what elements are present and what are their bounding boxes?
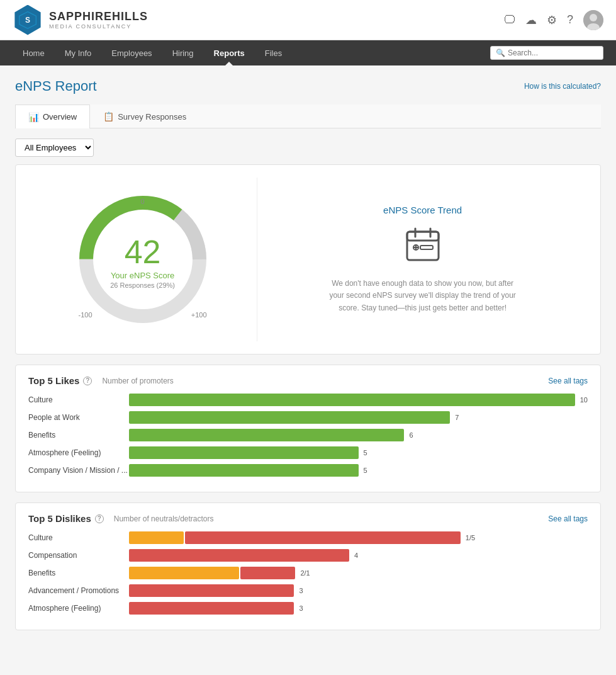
bar-red [129, 602, 294, 615]
top-header: S SAPPHIREHILLS MEDIA CONSULTANCY 🖵 ☁ ⚙ … [0, 0, 616, 40]
bar-orange [129, 531, 184, 544]
bar-value: 4 [354, 552, 358, 559]
bar-track: 3 [129, 602, 588, 615]
bar-value: 5 [364, 449, 367, 457]
score-right: eNPS Score Trend We don't have enough da… [257, 178, 588, 341]
search-box[interactable]: 🔍 [490, 46, 603, 60]
bar-value: 3 [299, 604, 303, 612]
likes-subtitle: Number of promoters [102, 377, 173, 385]
bar-value: 1/5 [466, 534, 475, 542]
bar-fill [129, 464, 359, 477]
likes-title: Top 5 Likes ? [28, 375, 92, 386]
bar-row: Advancement / Promotions 3 [28, 584, 588, 597]
filter-row: All Employees [15, 139, 601, 157]
bar-fill [129, 394, 575, 406]
score-card: 42 Your eNPS Score 26 Responses (29%) 0 … [15, 164, 601, 355]
dislikes-see-all[interactable]: See all tags [548, 514, 588, 523]
bar-label: Culture [28, 533, 129, 542]
nav-employees[interactable]: Employees [101, 40, 162, 65]
logo-area: S SAPPHIREHILLS MEDIA CONSULTANCY [13, 5, 148, 35]
svg-rect-9 [407, 232, 439, 241]
main-content: eNPS Report How is this calculated? 📊 Ov… [0, 65, 616, 653]
search-input[interactable] [508, 48, 598, 57]
bar-label: Compensation [28, 551, 129, 560]
dislikes-title: Top 5 Dislikes ? [28, 513, 104, 524]
bar-orange [129, 567, 239, 579]
bar-track: 5 [129, 464, 588, 477]
bar-fill [129, 446, 359, 459]
avatar[interactable] [583, 10, 603, 30]
bar-fill [129, 411, 450, 424]
employee-filter[interactable]: All Employees [15, 139, 94, 157]
bar-label: Company Vision / Mission / ... [28, 466, 129, 475]
bar-row: Culture 1/5 [28, 531, 588, 544]
tabs: 📊 Overview 📋 Survey Responses [15, 105, 601, 128]
likes-see-all[interactable]: See all tags [548, 377, 588, 385]
page-header: eNPS Report How is this calculated? [15, 78, 601, 94]
bar-row: Company Vision / Mission / ... 5 [28, 464, 588, 477]
bar-value: 3 [299, 587, 303, 594]
bar-track: 4 [129, 549, 588, 562]
trend-text: We don't have enough data to show you no… [328, 278, 517, 314]
likes-title-left: Top 5 Likes ? Number of promoters [28, 375, 174, 386]
bar-fill [129, 429, 404, 441]
bar-red [129, 549, 349, 562]
bar-row: Benefits 6 [28, 429, 588, 441]
tab-survey-responses[interactable]: 📋 Survey Responses [90, 105, 199, 128]
nav-files[interactable]: Files [255, 40, 292, 65]
dislikes-info-icon[interactable]: ? [95, 514, 104, 523]
bar-label: Atmosphere (Feeling) [28, 448, 129, 457]
bar-red [129, 584, 294, 597]
likes-header: Top 5 Likes ? Number of promoters See al… [28, 375, 588, 386]
minus100-label: -100 [79, 311, 92, 319]
cloud-icon[interactable]: ☁ [525, 13, 537, 27]
bar-row: Culture 10 [28, 394, 588, 406]
nav-home[interactable]: Home [13, 40, 55, 65]
nav-links: Home My Info Employees Hiring Reports Fi… [13, 40, 292, 65]
bar-value: 5 [364, 467, 367, 474]
bar-track: 3 [129, 584, 588, 597]
bar-red [185, 531, 460, 544]
nav-myinfo[interactable]: My Info [55, 40, 102, 65]
score-value: 42 [110, 235, 175, 268]
page-title: eNPS Report [15, 78, 97, 94]
bar-value: 7 [455, 414, 459, 421]
bar-row: People at Work 7 [28, 411, 588, 424]
nav-bar: Home My Info Employees Hiring Reports Fi… [0, 40, 616, 65]
donut-chart: 42 Your eNPS Score 26 Responses (29%) 0 … [74, 190, 212, 329]
plus100-label: +100 [191, 311, 207, 319]
nav-hiring[interactable]: Hiring [162, 40, 204, 65]
bar-row: Compensation 4 [28, 549, 588, 562]
bar-track: 1/5 [129, 531, 588, 544]
tab-overview-label: Overview [43, 112, 77, 122]
bar-value: 2/1 [300, 569, 310, 577]
svg-rect-15 [420, 246, 433, 249]
monitor-icon[interactable]: 🖵 [504, 13, 515, 26]
how-calculated-link[interactable]: How is this calculated? [524, 82, 601, 91]
bar-value: 6 [409, 431, 413, 439]
top-likes-card: Top 5 Likes ? Number of promoters See al… [15, 365, 601, 492]
brand-name: SAPPHIREHILLS [49, 10, 148, 23]
survey-icon: 📋 [103, 111, 114, 122]
bar-label: Culture [28, 395, 129, 404]
bar-label: Atmosphere (Feeling) [28, 604, 129, 613]
bar-row: Atmosphere (Feeling) 3 [28, 602, 588, 615]
dislikes-header: Top 5 Dislikes ? Number of neutrals/detr… [28, 513, 588, 524]
zero-label: 0 [141, 198, 145, 205]
bar-track: 5 [129, 446, 588, 459]
tab-overview[interactable]: 📊 Overview [15, 105, 90, 128]
nav-reports[interactable]: Reports [204, 40, 255, 65]
brand-tagline: MEDIA CONSULTANCY [49, 23, 148, 30]
bar-track: 7 [129, 411, 588, 424]
score-label: Your eNPS Score [110, 271, 175, 280]
help-icon[interactable]: ? [567, 13, 573, 26]
bar-track: 2/1 [129, 567, 588, 579]
likes-info-icon[interactable]: ? [83, 377, 92, 385]
overview-icon: 📊 [28, 112, 39, 122]
bar-row: Atmosphere (Feeling) 5 [28, 446, 588, 459]
settings-icon[interactable]: ⚙ [547, 13, 557, 27]
svg-point-3 [590, 14, 597, 21]
calendar-icon [404, 225, 442, 270]
header-icons: 🖵 ☁ ⚙ ? [504, 10, 603, 30]
dislikes-title-left: Top 5 Dislikes ? Number of neutrals/detr… [28, 513, 214, 524]
